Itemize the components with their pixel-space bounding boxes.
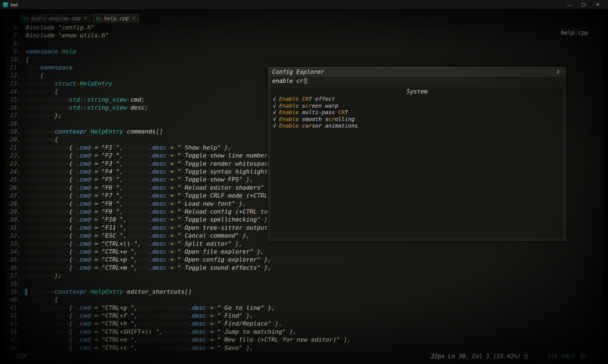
code-row[interactable]: 6.#include·"config.h": [10, 23, 599, 31]
line-number: 18.: [10, 120, 26, 128]
code-row[interactable]: 36.············{·.cmd·=·"CTRL+m·",···.de…: [10, 264, 599, 272]
crt-screen: C+ audio-engine.cpp X C+ help.cpp X help…: [4, 10, 604, 363]
code-line-text: #include·"enum-utils.h": [26, 31, 109, 39]
code-row[interactable]: 40.········{: [10, 296, 599, 304]
config-item[interactable]: √Enable screen warp: [273, 102, 561, 109]
config-search-query: enable cr: [272, 78, 303, 84]
config-explorer-header[interactable]: Config Explorer X: [269, 68, 565, 77]
line-number: 44.: [10, 328, 26, 336]
code-row[interactable]: 35.············{·.cmd·=·"CTRL+p·",···.de…: [10, 256, 599, 263]
window-controls: — ▢ ✕: [562, 0, 605, 9]
tab-label: audio-engine.cpp: [31, 15, 81, 21]
line-number: 9.: [10, 47, 26, 55]
line-number: 14.: [10, 87, 26, 95]
code-row[interactable]: 8.: [10, 40, 599, 47]
line-number: 10.: [10, 56, 26, 63]
code-row[interactable]: 46.············{·.cmd·=·"CTRL+s·",······…: [10, 344, 599, 352]
minimize-button[interactable]: —: [562, 0, 576, 9]
code-row[interactable]: 7.#include·"enum-utils.h": [10, 31, 599, 39]
status-right: 22px Ln 39, Col 1 (15.42%) STXCRLFWS: [431, 353, 592, 360]
checkbox-checked-icon: √: [273, 122, 276, 129]
tab-close-icon[interactable]: X: [133, 16, 135, 21]
line-number: 24.: [10, 168, 26, 175]
code-row[interactable]: 10.{: [10, 56, 599, 63]
code-line-text: ········};: [26, 111, 62, 119]
tab-audio-engine[interactable]: C+ audio-engine.cpp X: [20, 14, 91, 22]
code-line-text: ············{·.cmd·=·"F2·",·······.desc·…: [26, 151, 286, 159]
line-number: 7.: [10, 31, 26, 39]
code-row[interactable]: 42.············{·.cmd·=·"CTRL+f·",······…: [10, 312, 599, 320]
status-flags: STXCRLFWS: [547, 353, 587, 360]
line-number: 40.: [10, 296, 26, 304]
status-flag-ws: WS: [580, 353, 587, 360]
config-item[interactable]: √Enable smooth scrolling: [273, 116, 561, 123]
checkbox-checked-icon: √: [273, 109, 276, 116]
code-row[interactable]: 41.············{·.cmd·=·"CTRL+g·",······…: [10, 304, 599, 312]
code-line-text: ········constexpr·HelpEntry·editor_short…: [26, 288, 192, 296]
titlebar: fred — ▢ ✕: [0, 0, 608, 9]
line-number: 19.: [10, 128, 26, 135]
code-line-text: ········{: [26, 87, 58, 95]
line-number: 23.: [10, 160, 26, 168]
tab-close-icon[interactable]: X: [84, 16, 87, 21]
code-row[interactable]: 37.········};: [10, 272, 599, 280]
line-number: 28.: [10, 200, 26, 208]
status-mode: VIM: [16, 353, 27, 360]
line-number: 33.: [10, 240, 26, 248]
code-line-text: ············{·.cmd·=·"CTRL+p·",···.desc·…: [26, 256, 271, 263]
code-line-text: ········{: [26, 135, 58, 143]
line-number: 25.: [10, 175, 26, 183]
maximize-button[interactable]: ▢: [576, 0, 591, 9]
line-number: 43.: [10, 320, 26, 327]
config-section-header: System: [273, 87, 561, 96]
line-number: 29.: [10, 208, 26, 216]
tab-label: help.cpp: [104, 15, 129, 21]
code-line-text: #include·"config.h": [26, 23, 94, 31]
code-line-text: ············{·.cmd·=·"F8·",·······.desc·…: [26, 200, 246, 208]
code-line-text: ············{·.cmd·=·"F10·",······.desc·…: [26, 216, 271, 223]
code-row[interactable]: 38.: [10, 280, 599, 288]
line-number: 15.: [10, 96, 26, 104]
config-items: √Enable CRT effect√Enable screen warp√En…: [273, 96, 561, 129]
line-number: 34.: [10, 248, 26, 256]
code-line-text: ············{·.cmd·=·"ESC·",······.desc·…: [26, 232, 250, 239]
code-line-text: ············{·.cmd·=·"CTRL+m·",···.desc·…: [26, 264, 271, 272]
code-row[interactable]: 9.namespace·Help: [10, 47, 599, 55]
cpp-file-icon: C+: [96, 16, 101, 21]
config-explorer-close-icon[interactable]: X: [554, 69, 562, 75]
line-number: 39.: [10, 288, 26, 296]
code-row[interactable]: 34.············{·.cmd·=·"CTRL+o·",···.de…: [10, 248, 599, 256]
line-number: 11.: [10, 63, 26, 71]
code-row[interactable]: 33.············{·.cmd·=·"CTRL+\\·",··.de…: [10, 240, 599, 248]
config-item[interactable]: √Enable multi-pass CRT: [273, 109, 561, 116]
code-row[interactable]: 43.············{·.cmd·=·"CTRL+h·",······…: [10, 320, 599, 327]
line-number: 35.: [10, 256, 26, 263]
status-flag-crlf: CRLF: [562, 353, 575, 360]
code-line-text: ····{: [26, 71, 44, 79]
line-number: 8.: [10, 40, 26, 47]
line-number: 41.: [10, 304, 26, 312]
code-row[interactable]: 44.············{·.cmd·=·"CTRL+SHIFT+\\·"…: [10, 328, 599, 336]
config-item[interactable]: √Enable cursor animations: [273, 122, 561, 129]
config-item[interactable]: √Enable CRT effect: [273, 96, 561, 102]
close-button[interactable]: ✕: [591, 0, 605, 9]
code-row[interactable]: 39.········constexpr·HelpEntry·editor_sh…: [10, 288, 599, 296]
filename-overlay: help.cpp: [561, 29, 588, 36]
code-line-text: namespace·Help: [26, 47, 76, 55]
config-explorer-title: Config Explorer: [272, 69, 324, 75]
line-number: 13.: [10, 80, 26, 87]
code-line-text: ············{·.cmd·=·"F1·",·······.desc·…: [26, 144, 232, 151]
config-search-input[interactable]: enable cr: [269, 77, 565, 85]
checkbox-checked-icon: √: [273, 102, 276, 109]
tab-help[interactable]: C+ help.cpp X: [93, 14, 139, 22]
code-line-text: ············{·.cmd·=·"F5·",·······.desc·…: [26, 175, 253, 183]
config-results: System √Enable CRT effect√Enable screen …: [270, 87, 564, 239]
code-line-text: ············{·.cmd·=·"CTRL+\\·",··.desc·…: [26, 240, 242, 248]
config-explorer-panel: Config Explorer X enable cr System √Enab…: [269, 67, 565, 240]
code-line-text: ············{·.cmd·=·"CTRL+h·",·········…: [26, 320, 282, 327]
code-line-text: ············{·.cmd·=·"CTRL+f·",·········…: [26, 312, 253, 320]
code-row[interactable]: 45.············{·.cmd·=·"CTRL+n·",······…: [10, 336, 599, 344]
code-line-text: {: [26, 56, 29, 63]
line-number: 20.: [10, 135, 26, 143]
line-number: 31.: [10, 224, 26, 232]
